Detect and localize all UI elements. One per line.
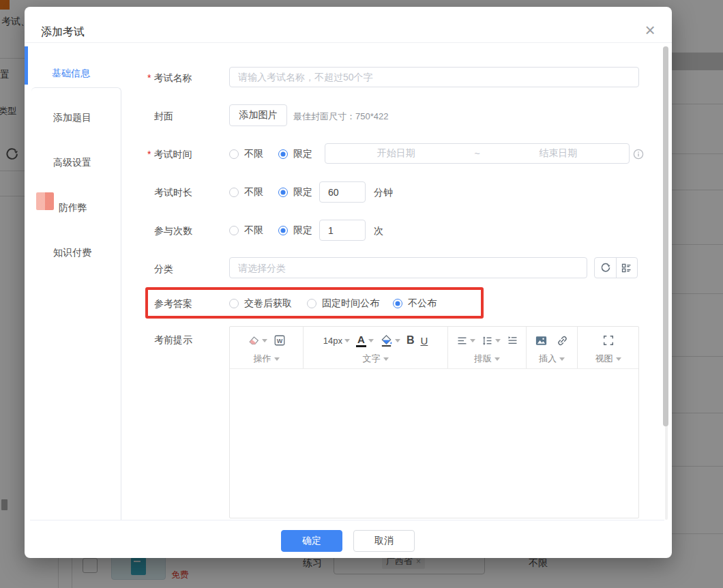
attempts-input[interactable] bbox=[319, 220, 366, 241]
attempts-limited-radio[interactable]: 限定 bbox=[278, 224, 312, 237]
tab-basic-info[interactable]: 基础信息 bbox=[52, 68, 90, 80]
manage-category-button[interactable] bbox=[616, 258, 638, 278]
category-list-icon bbox=[621, 262, 632, 274]
chevron-down-icon bbox=[616, 357, 621, 361]
tab-anti-cheating[interactable]: 防作弊 bbox=[59, 202, 87, 214]
editor-toolbar: W 操作 14px A bbox=[230, 327, 638, 369]
scrollbar-thumb[interactable] bbox=[663, 46, 668, 426]
tips-label: 考前提示 bbox=[154, 334, 192, 347]
attempts-unit: 次 bbox=[374, 225, 383, 237]
exam-name-input[interactable] bbox=[229, 67, 639, 87]
header-divider bbox=[25, 42, 672, 43]
chevron-down-icon bbox=[368, 339, 374, 342]
highlight-mark bbox=[36, 192, 54, 210]
toolbar-group-insert: 插入 bbox=[526, 327, 577, 368]
sidebar-border bbox=[31, 87, 121, 520]
tab-add-questions[interactable]: 添加题目 bbox=[53, 112, 91, 124]
duration-input[interactable] bbox=[319, 181, 366, 203]
close-icon[interactable]: × bbox=[640, 20, 660, 40]
range-separator: ~ bbox=[467, 148, 488, 159]
radio-icon bbox=[307, 299, 316, 308]
font-size-dropdown[interactable]: 14px bbox=[323, 336, 350, 346]
cover-label: 封面 bbox=[154, 111, 173, 123]
answer-label: 参考答案 bbox=[154, 298, 192, 310]
duration-unit: 分钟 bbox=[374, 187, 393, 199]
chevron-down-icon bbox=[495, 339, 501, 342]
align-icon bbox=[456, 335, 468, 347]
chevron-down-icon bbox=[262, 339, 267, 342]
indent-icon bbox=[507, 335, 518, 347]
chevron-down-icon bbox=[395, 339, 400, 342]
line-height-icon bbox=[482, 335, 493, 347]
group-insert-label[interactable]: 插入 bbox=[539, 353, 565, 365]
word-doc-icon: W bbox=[274, 334, 286, 347]
group-layout-label[interactable]: 排版 bbox=[474, 353, 500, 365]
toolbar-group-view: 视图 bbox=[577, 327, 638, 368]
duration-limited-radio[interactable]: 限定 bbox=[278, 186, 312, 199]
category-select[interactable] bbox=[229, 257, 587, 278]
refresh-category-button[interactable] bbox=[595, 258, 616, 278]
radio-icon-selected bbox=[393, 299, 402, 308]
radio-icon bbox=[229, 226, 239, 235]
cancel-button[interactable]: 取消 bbox=[353, 530, 415, 552]
end-date-placeholder: 结束日期 bbox=[488, 147, 630, 160]
bg-color-button[interactable] bbox=[380, 334, 400, 347]
required-mark: * bbox=[147, 149, 151, 160]
answer-not-published-radio[interactable]: 不公布 bbox=[393, 297, 437, 310]
exam-time-label: *考试时间 bbox=[147, 149, 192, 161]
group-text-label[interactable]: 文字 bbox=[363, 353, 389, 365]
info-icon[interactable] bbox=[633, 149, 644, 160]
add-image-button[interactable]: 添加图片 bbox=[229, 104, 287, 126]
required-mark: * bbox=[147, 72, 151, 83]
font-color-button[interactable]: A bbox=[356, 334, 374, 347]
tab-paid-knowledge[interactable]: 知识付费 bbox=[53, 247, 91, 259]
fullscreen-icon[interactable] bbox=[602, 334, 615, 347]
align-button[interactable] bbox=[456, 335, 475, 347]
link-icon[interactable] bbox=[556, 334, 569, 347]
time-limited-radio[interactable]: 限定 bbox=[278, 148, 312, 160]
attempts-unlimited-radio[interactable]: 不限 bbox=[229, 224, 263, 237]
cover-size-hint: 最佳封面尺寸：750*422 bbox=[293, 111, 388, 123]
clear-format-button[interactable] bbox=[248, 334, 267, 347]
start-date-placeholder: 开始日期 bbox=[325, 147, 467, 160]
toolbar-group-layout: 排版 bbox=[447, 327, 526, 368]
indent-button[interactable] bbox=[507, 335, 518, 347]
duration-unlimited-radio[interactable]: 不限 bbox=[229, 186, 263, 199]
category-label: 分类 bbox=[154, 263, 173, 276]
answer-after-submit-radio[interactable]: 交卷后获取 bbox=[229, 297, 292, 310]
group-action-label[interactable]: 操作 bbox=[254, 353, 280, 365]
line-height-button[interactable] bbox=[482, 335, 501, 347]
font-color-icon: A bbox=[356, 334, 366, 347]
chevron-down-icon bbox=[274, 357, 280, 361]
radio-icon-selected bbox=[278, 226, 288, 235]
import-word-button[interactable]: W bbox=[274, 334, 286, 347]
category-tool-buttons bbox=[594, 257, 638, 278]
chevron-down-icon bbox=[344, 339, 350, 342]
group-view-label[interactable]: 视图 bbox=[595, 353, 621, 365]
svg-text:W: W bbox=[276, 338, 282, 344]
radio-icon-selected bbox=[278, 188, 288, 197]
time-unlimited-radio[interactable]: 不限 bbox=[229, 148, 263, 160]
radio-icon bbox=[229, 188, 239, 197]
date-range-input[interactable]: 开始日期 ~ 结束日期 bbox=[325, 143, 630, 164]
image-icon[interactable] bbox=[535, 334, 548, 347]
editor-content-area[interactable] bbox=[230, 369, 638, 518]
toolbar-group-action: W 操作 bbox=[230, 327, 303, 368]
toolbar-group-text: 14px A bbox=[303, 327, 447, 368]
duration-label: 考试时长 bbox=[154, 187, 192, 199]
rich-text-editor: W 操作 14px A bbox=[229, 326, 639, 518]
content-footer-divider bbox=[30, 520, 664, 520]
radio-icon bbox=[229, 149, 239, 159]
bold-button[interactable]: B bbox=[407, 334, 415, 347]
refresh-icon bbox=[600, 262, 611, 274]
paint-bucket-icon bbox=[380, 334, 393, 347]
confirm-button[interactable]: 确定 bbox=[281, 530, 342, 552]
exam-name-label: *考试名称 bbox=[147, 72, 192, 85]
answer-fixed-time-radio[interactable]: 固定时间公布 bbox=[307, 297, 379, 310]
tab-advanced-settings[interactable]: 高级设置 bbox=[53, 157, 91, 169]
chevron-down-icon bbox=[495, 357, 500, 361]
attempts-label: 参与次数 bbox=[154, 225, 192, 237]
chevron-down-icon bbox=[470, 339, 475, 342]
underline-button[interactable]: U bbox=[420, 335, 428, 347]
chevron-down-icon bbox=[559, 357, 565, 361]
